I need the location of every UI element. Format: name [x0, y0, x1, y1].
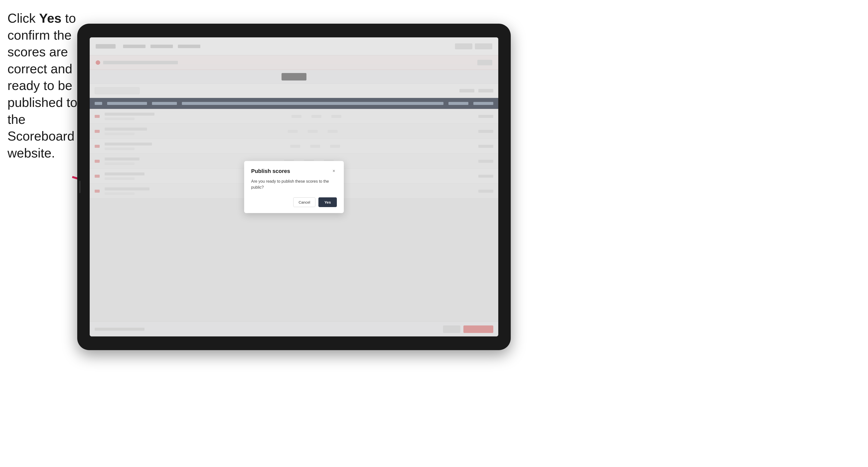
modal-footer: Cancel Yes: [251, 197, 337, 207]
cancel-button[interactable]: Cancel: [293, 197, 315, 207]
yes-button[interactable]: Yes: [318, 197, 337, 207]
modal-body: Are you ready to publish these scores to…: [251, 179, 337, 190]
modal-close-button[interactable]: ×: [331, 168, 337, 174]
instruction-prefix: Click: [7, 11, 39, 25]
modal-header: Publish scores ×: [251, 168, 337, 175]
instruction-bold: Yes: [39, 11, 62, 25]
tablet-side-button: [79, 181, 81, 193]
instruction-suffix: to confirm the scores are correct and re…: [7, 11, 77, 160]
publish-scores-modal: Publish scores × Are you ready to publis…: [244, 161, 344, 213]
modal-title: Publish scores: [251, 168, 290, 175]
tablet-device: Publish scores × Are you ready to publis…: [77, 24, 511, 350]
modal-overlay: Publish scores × Are you ready to publis…: [90, 37, 498, 336]
tablet-screen: Publish scores × Are you ready to publis…: [90, 37, 498, 336]
instruction-text: Click Yes to confirm the scores are corr…: [7, 10, 80, 161]
